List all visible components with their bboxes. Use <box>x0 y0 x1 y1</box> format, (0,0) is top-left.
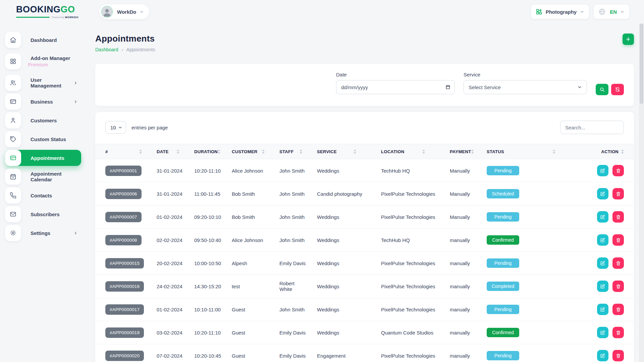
delete-button[interactable] <box>612 188 624 199</box>
table-search-input[interactable] <box>560 121 624 134</box>
edit-button[interactable] <box>597 188 608 199</box>
date-input[interactable] <box>336 80 455 94</box>
col-header-status[interactable]: STATUS <box>477 144 570 159</box>
edit-button[interactable] <box>597 281 608 292</box>
delete-button[interactable] <box>612 257 624 269</box>
add-appointment-button[interactable] <box>623 34 634 45</box>
edit-icon <box>600 238 605 243</box>
appointment-id-badge: #APP000008 <box>105 235 142 245</box>
module-label: Photography <box>546 9 577 15</box>
reset-filter-button[interactable] <box>611 84 624 95</box>
duration-cell: 11:00-11:45 <box>184 182 222 205</box>
col-header-date[interactable]: DATE <box>147 144 184 159</box>
apply-filter-button[interactable] <box>596 84 608 95</box>
sidebar-item-settings[interactable]: Settings <box>5 225 81 241</box>
sidebar-item-appointments[interactable]: Appointments <box>5 150 81 166</box>
brand-logo[interactable]: BOOKINGGO Powered By WORKDO <box>0 5 89 19</box>
sidebar-item-business[interactable]: Business <box>5 94 81 110</box>
brand-logo-text: BOOKINGGO <box>16 5 89 14</box>
page-scrollbar[interactable] <box>639 23 644 362</box>
customer-cell: Alpesh <box>222 252 269 275</box>
module-switcher[interactable]: Photography <box>531 5 589 19</box>
entries-per-page-select[interactable]: 10 <box>105 121 126 134</box>
delete-button[interactable] <box>612 281 624 292</box>
staff-cell: John Smith <box>269 229 307 252</box>
scrollbar-thumb[interactable] <box>640 23 643 104</box>
service-cell: Weddings <box>307 229 371 252</box>
delete-button[interactable] <box>612 234 624 246</box>
sidebar-item-label: Customers <box>31 118 57 123</box>
sidebar-item-subscribers[interactable]: Subscribers <box>5 206 81 222</box>
sidebar-item-customers[interactable]: Customers <box>5 112 81 128</box>
sidebar-item-dashboard[interactable]: Dashboard <box>5 32 81 48</box>
col-header-action[interactable]: ACTION <box>570 144 634 159</box>
trash-icon <box>616 353 621 358</box>
calendar-picker-icon[interactable] <box>445 84 450 89</box>
edit-icon <box>600 284 605 289</box>
service-cell: Weddings <box>307 321 371 344</box>
breadcrumb-separator: › <box>122 47 123 52</box>
edit-button[interactable] <box>597 211 608 223</box>
sidebar-item-custom-status[interactable]: Custom Status <box>5 131 81 147</box>
col-header-customer[interactable]: CUSTOMER <box>222 144 269 159</box>
sidebar-item-user-management[interactable]: User Management <box>5 75 81 91</box>
action-cell <box>570 229 634 252</box>
service-cell: Engagement <box>307 344 371 362</box>
service-filter-group: Service Select Service <box>464 72 587 94</box>
edit-button[interactable] <box>597 350 608 361</box>
delete-button[interactable] <box>612 350 624 361</box>
service-select[interactable]: Select Service <box>464 80 587 94</box>
edit-button[interactable] <box>597 165 608 176</box>
chevron-down-icon <box>577 85 582 89</box>
delete-button[interactable] <box>612 327 624 338</box>
col-header-duration[interactable]: DURATION <box>184 144 222 159</box>
appointment-id-cell: #APP0000017 <box>95 298 147 321</box>
col-header-id[interactable]: # <box>95 144 147 159</box>
col-header-location[interactable]: LOCATION <box>371 144 440 159</box>
customer-cell: Bob Smith <box>222 182 269 205</box>
delete-button[interactable] <box>612 304 624 315</box>
customer-icon <box>5 112 21 128</box>
sidebar: Dashboard Add-on Manager Premium User Ma… <box>0 23 89 244</box>
edit-icon <box>600 353 605 358</box>
delete-button[interactable] <box>612 211 624 223</box>
edit-button[interactable] <box>597 304 608 315</box>
location-cell: PixelPulse Technologies <box>371 205 440 229</box>
brand-name-accent: GO <box>61 4 75 14</box>
delete-button[interactable] <box>612 165 624 176</box>
payment-cell: Manually <box>440 159 477 182</box>
service-label: Service <box>464 72 587 77</box>
col-header-payment[interactable]: PAYMENT <box>440 144 477 159</box>
edit-button[interactable] <box>597 327 608 338</box>
customer-cell: Guest <box>222 321 269 344</box>
business-card-icon <box>5 94 21 110</box>
language-switcher[interactable]: EN <box>594 5 629 19</box>
edit-button[interactable] <box>597 257 608 269</box>
home-icon <box>5 32 21 48</box>
calendar-icon <box>5 169 21 185</box>
date-cell: 24-02-2024 <box>147 275 184 298</box>
appointment-id-cell: #APP0000020 <box>95 344 147 362</box>
workspace-dropdown[interactable]: WorkDo <box>99 4 149 19</box>
clear-filter-icon <box>615 87 620 92</box>
sidebar-item-addon-manager[interactable]: Add-on Manager Premium <box>5 51 81 72</box>
breadcrumb-dashboard-link[interactable]: Dashboard <box>95 47 118 52</box>
service-cell: Weddings <box>307 159 371 182</box>
col-header-service[interactable]: SERVICE <box>307 144 371 159</box>
status-cell: Pending <box>477 252 570 275</box>
payment-cell: manually <box>440 275 477 298</box>
staff-cell: John Smith <box>269 205 307 229</box>
date-cell: 01-02-2024 <box>147 205 184 229</box>
table-row: #APP0000019 03-02-2024 10:20-11:10 Guest… <box>95 321 634 344</box>
powered-by-text: Powered By WORKDO <box>52 16 78 19</box>
main-content: Appointments Dashboard › Appointments D <box>89 23 644 362</box>
brand-name-primary: BOOKING <box>16 4 61 14</box>
sidebar-item-appointment-calendar[interactable]: Appointment Calendar <box>5 169 81 185</box>
status-cell: Pending <box>477 205 570 229</box>
col-header-staff[interactable]: STAFF <box>269 144 307 159</box>
table-row: #APP000001 31-01-2024 10:20-11:10 Alice … <box>95 159 634 182</box>
customer-cell: test <box>222 275 269 298</box>
staff-cell: John Smith <box>269 159 307 182</box>
sidebar-item-contacts[interactable]: Contacts <box>5 187 81 203</box>
edit-button[interactable] <box>597 234 608 246</box>
